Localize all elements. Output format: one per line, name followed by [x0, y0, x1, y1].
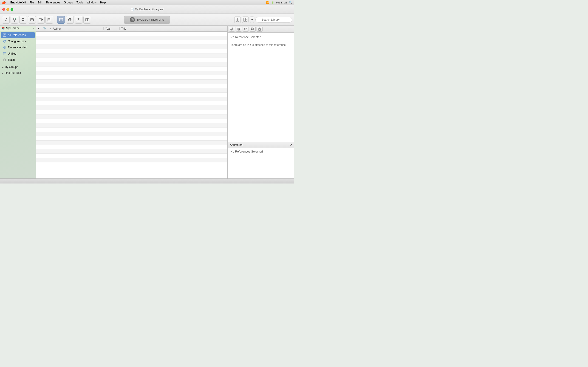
table-row[interactable]	[36, 75, 227, 80]
reference-detail-btn[interactable]	[234, 17, 241, 23]
table-row[interactable]	[36, 71, 227, 75]
edit-reference-button[interactable]	[236, 27, 242, 32]
menubar-status: 📶 🔋 Mié 17:25 🔍	[266, 1, 292, 4]
configure-sync-icon	[3, 40, 6, 43]
col-year-header[interactable]: Year	[104, 27, 120, 30]
titlebar: 📄 My EndNote Library.enl	[0, 5, 294, 14]
table-row[interactable]	[36, 132, 227, 136]
table-row[interactable]	[36, 127, 227, 132]
sidebar-item-unfiled[interactable]: Unfiled	[1, 51, 35, 57]
menubar-file[interactable]: File	[29, 1, 34, 4]
sync-button[interactable]: ↺	[2, 16, 10, 24]
table-row[interactable]	[36, 106, 227, 110]
view-button[interactable]	[83, 16, 91, 24]
svg-rect-27	[236, 18, 237, 21]
author-sort-icon: ▲	[50, 27, 52, 30]
table-row[interactable]	[36, 115, 227, 119]
table-row[interactable]	[36, 67, 227, 71]
table-row[interactable]	[36, 40, 227, 45]
col-author-header[interactable]: ▲ Author	[48, 27, 104, 30]
local-library-button[interactable]	[57, 16, 65, 24]
col-title-header[interactable]: Title	[120, 27, 227, 30]
table-row[interactable]	[36, 32, 227, 36]
toolbar-right: ▾ 🔍	[234, 17, 292, 23]
table-row[interactable]	[36, 49, 227, 53]
svg-marker-11	[42, 19, 43, 20]
trash-icon	[3, 58, 6, 62]
thomson-reuters-center: THOMSON REUTERS	[124, 16, 170, 24]
table-row[interactable]	[36, 93, 227, 97]
col-dot-header[interactable]: ●	[36, 27, 41, 30]
sidebar-item-all-references[interactable]: All References	[1, 32, 35, 38]
annotated-select[interactable]: Annotated Summary Notes	[229, 143, 293, 147]
split-view-btn[interactable]	[242, 17, 249, 23]
format-bibliography-button[interactable]	[45, 16, 53, 24]
svg-rect-40	[3, 52, 6, 55]
svg-point-0	[13, 18, 16, 20]
menubar-window[interactable]: Window	[86, 1, 96, 4]
col-attach-header[interactable]: 📎	[41, 27, 48, 30]
copy-button[interactable]	[250, 27, 256, 32]
table-row[interactable]	[36, 119, 227, 123]
table-row[interactable]	[36, 80, 227, 84]
layout-dropdown-btn[interactable]: ▾	[250, 17, 254, 23]
menubar-edit[interactable]: Edit	[38, 1, 43, 4]
close-button[interactable]	[2, 8, 5, 11]
table-row[interactable]	[36, 53, 227, 58]
table-row[interactable]	[36, 88, 227, 93]
table-row[interactable]	[36, 101, 227, 106]
online-search-button[interactable]	[19, 16, 27, 24]
table-row[interactable]	[36, 145, 227, 149]
table-row[interactable]	[36, 158, 227, 162]
menubar-tools[interactable]: Tools	[77, 1, 83, 4]
sidebar-item-configure-sync[interactable]: Configure Sync...	[1, 38, 35, 44]
paste-button[interactable]	[257, 27, 262, 32]
library-icon: 📚	[2, 27, 5, 30]
my-groups-label: My Groups	[5, 65, 18, 69]
table-row[interactable]	[36, 123, 227, 127]
menubar-endnote[interactable]: EndNote X8	[10, 1, 26, 4]
online-library-button[interactable]	[66, 16, 74, 24]
menubar-references[interactable]: References	[46, 1, 60, 4]
table-row[interactable]	[36, 110, 227, 115]
sidebar-item-trash[interactable]: Trash	[1, 57, 35, 63]
annotated-selector: Annotated Summary Notes	[228, 142, 294, 148]
main-area: 📚 My Library ▾ All References	[0, 26, 294, 178]
new-reference-button[interactable]	[10, 16, 18, 24]
apple-menu[interactable]: 🍎	[2, 1, 6, 4]
table-row[interactable]	[36, 45, 227, 49]
read-indicator-icon: ●	[38, 27, 39, 30]
thomson-reuters-button[interactable]: THOMSON REUTERS	[124, 16, 170, 24]
minimize-button[interactable]	[6, 8, 9, 11]
all-refs-icon	[3, 33, 6, 37]
menubar-groups[interactable]: Groups	[64, 1, 73, 4]
library-selector[interactable]: 📚 My Library ▾	[0, 26, 36, 31]
email-button[interactable]	[243, 27, 249, 32]
configure-sync-label: Configure Sync...	[8, 40, 29, 43]
table-row[interactable]	[36, 36, 227, 40]
table-row[interactable]	[36, 154, 227, 158]
sidebar-item-recently-added[interactable]: Recently Added	[1, 44, 35, 50]
insert-citation-button[interactable]	[37, 16, 44, 24]
unfiled-label: Unfiled	[8, 52, 16, 55]
share-button[interactable]	[75, 16, 82, 24]
find-and-replace-button[interactable]	[28, 16, 36, 24]
my-groups-header[interactable]: ▶ My Groups	[0, 64, 36, 70]
table-row[interactable]	[36, 62, 227, 67]
table-row[interactable]	[36, 149, 227, 154]
table-row[interactable]	[36, 84, 227, 88]
find-full-text-chevron: ▶	[2, 72, 4, 74]
library-dropdown-icon: ▾	[33, 27, 34, 30]
table-row[interactable]	[36, 97, 227, 101]
table-row[interactable]	[36, 136, 227, 141]
attachment-icon: 📎	[43, 27, 46, 30]
menubar-help[interactable]: Help	[100, 1, 106, 4]
search-icon[interactable]: 🔍	[289, 1, 292, 4]
search-input[interactable]	[255, 17, 292, 23]
table-row[interactable]	[36, 58, 227, 62]
maximize-button[interactable]	[10, 8, 13, 11]
table-row[interactable]	[36, 141, 227, 145]
statusbar	[0, 178, 294, 184]
find-full-text-header[interactable]: ▶ Find Full Text	[0, 70, 36, 76]
attach-button[interactable]	[229, 27, 235, 32]
